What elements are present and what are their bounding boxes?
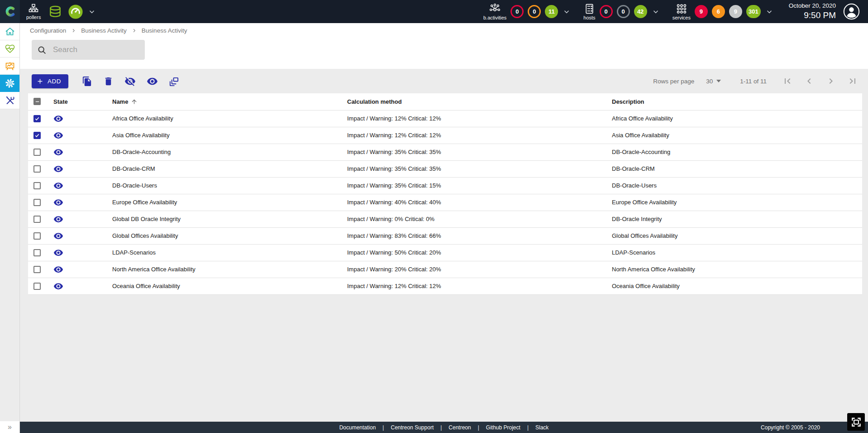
chevron-down-icon[interactable] — [88, 8, 96, 16]
search-input[interactable] — [53, 45, 134, 54]
search-icon — [37, 45, 47, 55]
configuration-gear-icon — [4, 77, 16, 89]
table-row[interactable]: LDAP-Scenarios Impact / Warning: 50% Cri… — [28, 244, 862, 261]
eye-icon — [53, 147, 63, 157]
footer-link[interactable]: Github Project — [479, 424, 527, 431]
row-enabled-eye-button[interactable] — [53, 147, 63, 157]
select-all-checkbox[interactable] — [33, 98, 41, 105]
row-checkbox[interactable] — [33, 115, 41, 122]
database-icon[interactable] — [48, 5, 62, 19]
row-checkbox[interactable] — [33, 149, 41, 156]
row-enabled-eye-button[interactable] — [53, 130, 63, 140]
table-row[interactable]: Global DB Oracle Integrity Impact / Warn… — [28, 211, 862, 227]
pollers-menu[interactable]: pollers — [26, 3, 41, 20]
last-page-button[interactable] — [847, 76, 858, 87]
status-badge[interactable]: 0 — [600, 5, 613, 18]
pollers-icon — [28, 3, 39, 14]
table-row[interactable]: North America Office Availability Impact… — [28, 261, 862, 278]
sort-asc-icon — [131, 98, 138, 105]
sidebar-item-configuration[interactable] — [0, 75, 19, 92]
status-badge[interactable]: 0 — [528, 5, 541, 18]
top-header: pollers — [0, 0, 868, 23]
row-enabled-eye-button[interactable] — [53, 248, 63, 258]
table-row[interactable]: Global Offices Availability Impact / War… — [28, 227, 862, 244]
first-page-button[interactable] — [782, 76, 793, 87]
status-badge[interactable]: 301 — [746, 5, 761, 18]
row-name: Oceania Office Availability — [109, 278, 344, 294]
fullscreen-icon — [850, 416, 862, 428]
row-enabled-eye-button[interactable] — [53, 114, 63, 124]
row-enabled-eye-button[interactable] — [53, 197, 63, 207]
row-checkbox[interactable] — [33, 182, 41, 189]
row-checkbox[interactable] — [33, 232, 41, 240]
table-row[interactable]: Europe Office Availability Impact / Warn… — [28, 194, 862, 211]
breadcrumb-item[interactable]: Configuration — [30, 27, 66, 34]
mass-change-button[interactable] — [169, 76, 179, 87]
enable-button[interactable] — [147, 76, 158, 87]
poller-status-section: pollers — [26, 3, 96, 20]
disable-button[interactable] — [124, 76, 136, 87]
breadcrumb-item[interactable]: Business Activity — [132, 27, 187, 34]
breadcrumb-item[interactable]: Business Activity — [71, 27, 127, 34]
row-enabled-eye-button[interactable] — [53, 265, 63, 274]
user-avatar-icon[interactable] — [843, 3, 860, 20]
table-row[interactable]: DB-Oracle-Users Impact / Warning: 35% Cr… — [28, 177, 862, 194]
footer-link[interactable]: Documentation — [333, 424, 383, 431]
indeterminate-icon — [35, 99, 40, 104]
sidebar-item-home[interactable] — [0, 23, 19, 40]
check-icon — [34, 116, 40, 121]
home-icon — [5, 26, 15, 37]
row-checkbox[interactable] — [33, 283, 41, 290]
row-enabled-eye-button[interactable] — [53, 231, 63, 241]
business-activities-menu[interactable]: b.activities — [483, 3, 506, 20]
status-badge[interactable]: 9 — [695, 5, 708, 18]
column-header-name[interactable]: Name — [112, 98, 344, 105]
next-page-button[interactable] — [825, 76, 836, 87]
services-menu[interactable]: services — [672, 3, 691, 20]
chevron-down-icon[interactable] — [563, 8, 571, 16]
duplicate-button[interactable] — [82, 76, 92, 87]
row-enabled-eye-button[interactable] — [53, 281, 63, 291]
row-checkbox[interactable] — [33, 165, 41, 173]
sidebar-item-administration[interactable] — [0, 92, 19, 109]
row-checkbox[interactable] — [33, 216, 41, 223]
table-row[interactable]: DB-Oracle-CRM Impact / Warning: 35% Crit… — [28, 160, 862, 177]
gauge-icon[interactable] — [68, 4, 83, 19]
row-checkbox[interactable] — [33, 266, 41, 273]
chevron-down-icon[interactable] — [765, 8, 773, 16]
row-enabled-eye-button[interactable] — [53, 214, 63, 224]
row-checkbox[interactable] — [33, 249, 41, 256]
status-badge[interactable]: 11 — [545, 5, 558, 18]
status-badge[interactable]: 42 — [634, 5, 647, 18]
status-badge[interactable]: 0 — [617, 5, 630, 18]
fullscreen-button[interactable] — [847, 413, 865, 431]
add-button[interactable]: ADD — [32, 74, 68, 88]
sidebar-item-reporting[interactable] — [0, 58, 19, 75]
status-badge[interactable]: 9 — [729, 5, 742, 18]
check-icon — [34, 133, 40, 138]
status-badge[interactable]: 6 — [712, 5, 725, 18]
prev-page-button[interactable] — [804, 76, 815, 87]
row-checkbox[interactable] — [33, 199, 41, 206]
services-icon — [676, 3, 687, 14]
footer-link[interactable]: Centreon Support — [384, 424, 440, 431]
sidebar-item-monitoring[interactable] — [0, 40, 19, 58]
hosts-menu[interactable]: hosts — [583, 3, 595, 20]
footer-link[interactable]: Centreon — [442, 424, 477, 431]
chevron-down-icon[interactable] — [652, 8, 660, 16]
eye-icon — [53, 281, 63, 291]
row-enabled-eye-button[interactable] — [53, 164, 63, 174]
table-row[interactable]: DB-Oracle-Accounting Impact / Warning: 3… — [28, 144, 862, 160]
centreon-logo[interactable] — [0, 0, 20, 23]
row-description: Europe Office Availability — [609, 194, 862, 211]
footer-link[interactable]: Slack — [529, 424, 555, 431]
rows-per-page-select[interactable]: 30 — [706, 78, 721, 85]
row-checkbox[interactable] — [33, 132, 41, 139]
table-row[interactable]: Oceania Office Availability Impact / War… — [28, 278, 862, 294]
status-badge[interactable]: 0 — [510, 5, 524, 18]
expand-sidebar-button[interactable]: » — [0, 421, 19, 433]
table-row[interactable]: Asia Office Availability Impact / Warnin… — [28, 127, 862, 144]
row-enabled-eye-button[interactable] — [53, 181, 63, 191]
table-row[interactable]: Africa Office Availability Impact / Warn… — [28, 110, 862, 127]
delete-button[interactable] — [103, 76, 114, 87]
